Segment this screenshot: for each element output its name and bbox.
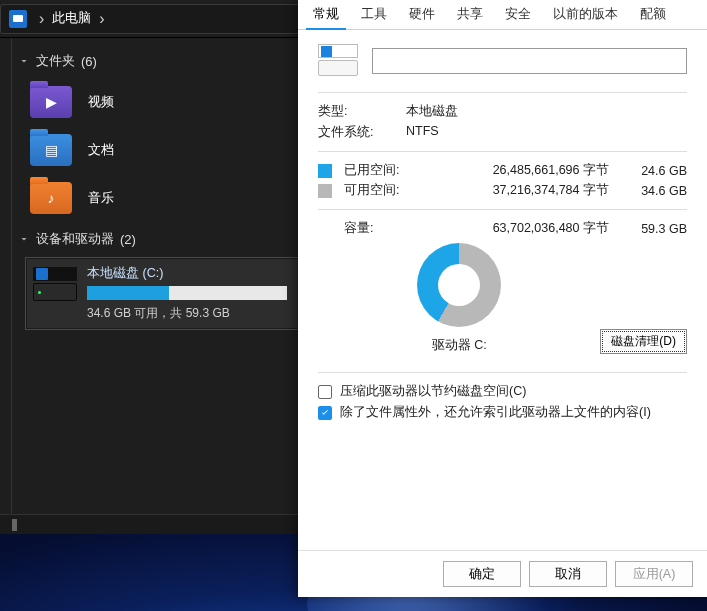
drive-name-input[interactable]	[372, 48, 687, 74]
group-folders-count: (6)	[81, 54, 97, 69]
label-used: 已用空间:	[344, 162, 414, 179]
value-filesystem: NTFS	[406, 124, 687, 141]
cancel-button[interactable]: 取消	[529, 561, 607, 587]
used-gb: 24.6 GB	[627, 164, 687, 178]
folder-label: 音乐	[88, 189, 114, 207]
drive-caption: 驱动器 C:	[432, 337, 487, 354]
drive-icon	[318, 44, 358, 78]
label-type: 类型:	[318, 103, 406, 120]
capacity-gb: 59.3 GB	[627, 222, 687, 236]
index-checkbox[interactable]	[318, 406, 332, 420]
music-icon: ♪	[30, 182, 72, 214]
tab-content-general: 类型: 本地磁盘 文件系统: NTFS 已用空间: 26,485,661,696…	[298, 30, 707, 550]
chevron-right-icon: ›	[99, 10, 104, 28]
capacity-bytes: 63,702,036,480 字节	[414, 220, 627, 237]
folder-label: 文档	[88, 141, 114, 159]
tab-previous[interactable]: 以前的版本	[542, 0, 629, 29]
document-icon: ▤	[30, 134, 72, 166]
chevron-right-icon: ›	[39, 10, 44, 28]
usage-donut-chart	[417, 243, 501, 327]
folder-label: 视频	[88, 93, 114, 111]
breadcrumb-this-pc[interactable]: 此电脑	[50, 8, 93, 29]
label-free: 可用空间:	[344, 182, 414, 199]
nav-pane-edge	[0, 38, 12, 530]
tabstrip: 常规 工具 硬件 共享 安全 以前的版本 配额	[298, 0, 707, 30]
free-swatch	[318, 184, 332, 198]
tab-quota[interactable]: 配额	[629, 0, 677, 29]
tab-sharing[interactable]: 共享	[446, 0, 494, 29]
free-bytes: 37,216,374,784 字节	[414, 182, 627, 199]
tab-tools[interactable]: 工具	[350, 0, 398, 29]
ok-button[interactable]: 确定	[443, 561, 521, 587]
tab-security[interactable]: 安全	[494, 0, 542, 29]
value-type: 本地磁盘	[406, 103, 687, 120]
free-gb: 34.6 GB	[627, 184, 687, 198]
compress-checkbox[interactable]	[318, 385, 332, 399]
index-label: 除了文件属性外，还允许索引此驱动器上文件的内容(I)	[340, 404, 651, 421]
this-pc-icon	[9, 10, 27, 28]
dialog-button-row: 确定 取消 应用(A)	[298, 550, 707, 597]
label-filesystem: 文件系统:	[318, 124, 406, 141]
disk-cleanup-button[interactable]: 磁盘清理(D)	[600, 329, 687, 354]
used-bytes: 26,485,661,696 字节	[414, 162, 627, 179]
compress-label: 压缩此驱动器以节约磁盘空间(C)	[340, 383, 526, 400]
tab-hardware[interactable]: 硬件	[398, 0, 446, 29]
group-drives-count: (2)	[120, 232, 136, 247]
video-icon: ▶	[30, 86, 72, 118]
label-capacity: 容量:	[344, 220, 414, 237]
apply-button[interactable]: 应用(A)	[615, 561, 693, 587]
group-drives-title: 设备和驱动器	[36, 230, 114, 248]
tab-general[interactable]: 常规	[302, 0, 350, 29]
group-folders-title: 文件夹	[36, 52, 75, 70]
drive-icon	[33, 267, 77, 301]
drive-usage-bar	[87, 286, 287, 300]
used-swatch	[318, 164, 332, 178]
properties-dialog: 常规 工具 硬件 共享 安全 以前的版本 配额 类型: 本地磁盘 文件系统: N…	[298, 0, 707, 597]
